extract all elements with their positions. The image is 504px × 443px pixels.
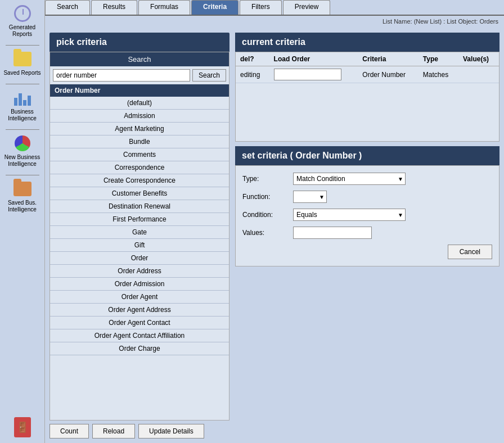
pick-criteria-panel: pick criteria Search Search Order Number… — [50, 33, 230, 421]
tab-formulas[interactable]: Formulas — [138, 0, 190, 15]
cancel-row: Cancel — [242, 245, 492, 259]
sidebar-divider — [6, 45, 39, 46]
type-row: Type: Match Condition Value Range Is Emp… — [242, 173, 492, 185]
criteria-item[interactable]: Admission — [50, 110, 229, 123]
sidebar-item-label: Saved Bus. Intelligence — [1, 200, 43, 213]
sidebar-item-business-intelligence[interactable]: Business Intelligence — [1, 87, 43, 122]
chart-icon — [14, 90, 31, 106]
reload-button[interactable]: Reload — [92, 424, 135, 439]
exit-icon: 🚪 — [14, 417, 31, 437]
sidebar-item-saved-reports[interactable]: Saved Reports — [1, 48, 43, 76]
category-label: Order Number — [50, 84, 229, 97]
sidebar-item-exit[interactable]: 🚪 — [1, 417, 43, 437]
current-criteria-body: del? Load Order Criteria Type Value(s) e… — [235, 52, 500, 142]
tab-search[interactable]: Search — [45, 0, 90, 15]
sidebar: Generated Reports Saved Reports Business… — [0, 0, 45, 443]
table-row: editing Order Number Matches — [236, 66, 499, 83]
current-criteria-header: current criteria — [235, 33, 500, 52]
criteria-item[interactable]: Comments — [50, 148, 229, 161]
update-details-button[interactable]: Update Details — [138, 424, 204, 439]
current-criteria-section: current criteria del? Load Order Criteri… — [235, 33, 500, 142]
right-panel: current criteria del? Load Order Criteri… — [235, 33, 500, 421]
criteria-item[interactable]: Order Address — [50, 265, 229, 278]
row-values — [458, 66, 499, 83]
tab-preview[interactable]: Preview — [283, 0, 331, 15]
sidebar-item-label: Saved Reports — [3, 70, 40, 76]
criteria-item[interactable]: Order Agent Address — [50, 304, 229, 317]
col-type: Type — [418, 52, 458, 66]
tab-filters[interactable]: Filters — [240, 0, 282, 15]
load-order-input[interactable] — [274, 69, 341, 80]
row-criteria: Order Number — [358, 66, 418, 83]
criteria-item[interactable]: Agent Marketing — [50, 123, 229, 135]
row-type: Matches — [418, 66, 458, 83]
sidebar-item-new-business-intelligence[interactable]: New Business Intelligence — [1, 133, 43, 168]
tab-results[interactable]: Results — [91, 0, 137, 15]
search-button[interactable]: Search — [192, 69, 226, 82]
list-name-bar: List Name: (New List) : List Object: Ord… — [45, 16, 504, 28]
set-criteria-section: set criteria ( Order Number ) Type: Matc… — [235, 146, 500, 266]
sidebar-item-generated-reports[interactable]: Generated Reports — [1, 3, 43, 38]
col-load-order: Load Order — [269, 52, 358, 66]
pie-icon — [15, 135, 30, 151]
criteria-item[interactable]: (default) — [50, 97, 229, 110]
tab-criteria[interactable]: Criteria — [191, 0, 238, 15]
sidebar-divider — [6, 129, 39, 130]
criteria-item[interactable]: Order Agent Contact — [50, 317, 229, 329]
criteria-item[interactable]: Gate — [50, 226, 229, 239]
set-criteria-header: set criteria ( Order Number ) — [235, 146, 500, 165]
col-del: del? — [236, 52, 269, 66]
sidebar-item-label: New Business Intelligence — [1, 154, 43, 168]
row-load-order — [269, 66, 358, 83]
criteria-table: del? Load Order Criteria Type Value(s) e… — [236, 52, 499, 83]
criteria-item[interactable]: Order Agent — [50, 291, 229, 304]
clock-icon — [14, 5, 31, 22]
type-select-wrapper: Match Condition Value Range Is Empty Is … — [293, 173, 406, 185]
type-select[interactable]: Match Condition Value Range Is Empty Is … — [293, 173, 406, 185]
set-criteria-body: Type: Match Condition Value Range Is Emp… — [235, 165, 500, 266]
sidebar-item-saved-bus-intelligence[interactable]: Saved Bus. Intelligence — [1, 178, 43, 213]
sidebar-item-label: Generated Reports — [1, 24, 43, 38]
function-select[interactable] — [293, 191, 327, 203]
criteria-item[interactable]: Order Admission — [50, 278, 229, 291]
criteria-item[interactable]: Gift — [50, 239, 229, 252]
type-label: Type: — [242, 175, 293, 183]
function-label: Function: — [242, 193, 293, 201]
criteria-item[interactable]: Order Charge — [50, 342, 229, 355]
criteria-item[interactable]: Create Correspondence — [50, 174, 229, 187]
search-input[interactable] — [53, 69, 190, 82]
values-input[interactable] — [293, 227, 372, 239]
cancel-button[interactable]: Cancel — [448, 245, 492, 259]
criteria-item[interactable]: Customer Benefits — [50, 187, 229, 200]
criteria-item[interactable]: Bundle — [50, 135, 229, 148]
col-criteria: Criteria — [358, 52, 418, 66]
criteria-list: (default) Admission Agent Marketing Bund… — [50, 97, 229, 420]
criteria-item[interactable]: Destination Renewal — [50, 200, 229, 213]
condition-row: Condition: Equals Not Equals Contains St… — [242, 209, 492, 221]
condition-select-wrapper: Equals Not Equals Contains Starts With E… — [293, 209, 406, 221]
search-bar-label: Search — [50, 52, 229, 66]
folder-icon — [14, 52, 32, 66]
pick-criteria-header: pick criteria — [50, 33, 230, 52]
criteria-item[interactable]: First Performance — [50, 213, 229, 226]
condition-select[interactable]: Equals Not Equals Contains Starts With E… — [293, 209, 406, 221]
row-del: editing — [236, 66, 269, 83]
count-button[interactable]: Count — [50, 424, 89, 439]
search-row: Search — [50, 66, 229, 84]
col-values: Value(s) — [458, 52, 499, 66]
sidebar-item-label: Business Intelligence — [1, 109, 43, 122]
condition-label: Condition: — [242, 211, 293, 219]
sidebar-divider — [6, 84, 39, 84]
saved-folder-icon — [14, 182, 32, 196]
criteria-item[interactable]: Order — [50, 252, 229, 265]
function-select-wrapper: ▼ — [293, 191, 327, 203]
criteria-item[interactable]: Correspondence — [50, 161, 229, 174]
function-row: Function: ▼ — [242, 191, 492, 203]
values-label: Values: — [242, 229, 293, 237]
criteria-item[interactable]: Order Agent Contact Affiliation — [50, 329, 229, 342]
bottom-buttons: Count Reload Update Details — [50, 421, 500, 439]
sidebar-divider — [6, 175, 39, 175]
values-row: Values: — [242, 227, 492, 239]
